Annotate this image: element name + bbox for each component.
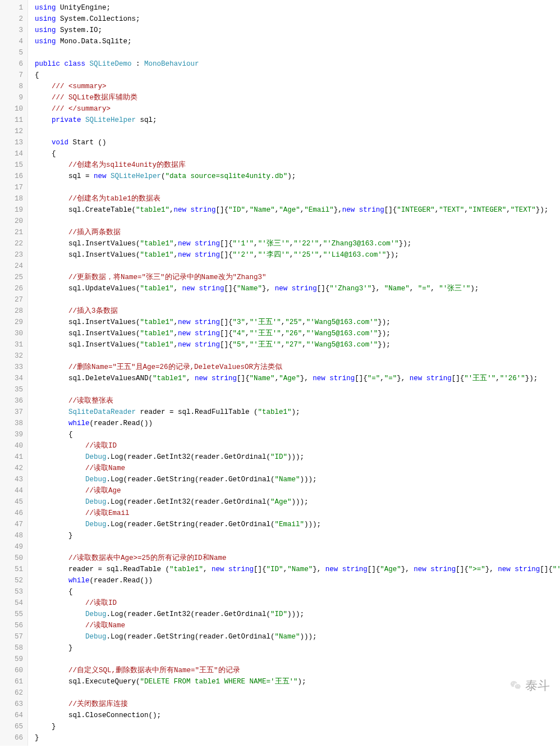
line-number: 34 bbox=[2, 373, 23, 384]
code-token bbox=[35, 700, 68, 708]
code-line: sql.InsertValues("table1",new string[]{"… bbox=[35, 339, 560, 350]
code-line bbox=[35, 261, 560, 272]
code-token: using bbox=[35, 15, 56, 23]
code-token: }, bbox=[313, 565, 325, 573]
code-token: ); bbox=[298, 678, 306, 686]
code-token: /// <summary> bbox=[52, 83, 107, 90]
code-token: using bbox=[35, 4, 56, 12]
code-token: , bbox=[174, 330, 178, 337]
code-token: /// </summary> bbox=[52, 105, 111, 113]
code-token: "'王五'" bbox=[250, 330, 281, 337]
code-token: }, bbox=[485, 565, 498, 573]
code-token: { bbox=[35, 588, 73, 596]
line-number: 40 bbox=[2, 440, 23, 451]
code-token: "'Wang5@163.com'" bbox=[306, 330, 378, 337]
code-token: "table1" bbox=[140, 251, 174, 259]
code-line: sql.CloseConnection(); bbox=[35, 710, 560, 721]
code-line: Debug.Log(reader.GetString(reader.GetOrd… bbox=[35, 519, 560, 530]
code-line: { bbox=[35, 70, 560, 81]
code-token: /// SQLite数据库辅助类 bbox=[52, 94, 137, 102]
code-token: } bbox=[35, 532, 73, 540]
line-number-gutter: 1234567891011121314151617181920212223242… bbox=[0, 0, 28, 746]
code-token: //读取Name bbox=[85, 622, 125, 630]
code-token bbox=[35, 476, 85, 484]
code-token: : bbox=[132, 60, 145, 68]
line-number: 43 bbox=[2, 474, 23, 485]
code-token: , bbox=[506, 206, 511, 214]
code-token: []{ bbox=[220, 341, 233, 349]
line-number: 45 bbox=[2, 496, 23, 508]
code-token: , bbox=[275, 375, 279, 382]
code-token: , bbox=[186, 375, 195, 382]
code-token: "table1" bbox=[258, 408, 292, 416]
code-line: sql.InsertValues("table1",new string[]{"… bbox=[35, 328, 560, 339]
code-token: []{ bbox=[456, 565, 469, 573]
code-token: , bbox=[203, 565, 212, 573]
line-number: 65 bbox=[2, 721, 23, 732]
line-number: 24 bbox=[2, 261, 23, 272]
code-token: , bbox=[174, 240, 178, 248]
line-number: 36 bbox=[2, 395, 23, 407]
code-line: //创建名为sqlite4unity的数据库 bbox=[35, 159, 560, 171]
code-token: void bbox=[52, 139, 68, 147]
code-line bbox=[35, 654, 560, 665]
code-token: []{ bbox=[355, 375, 368, 382]
code-token: sql.InsertValues( bbox=[35, 251, 140, 259]
code-token bbox=[35, 554, 68, 562]
line-number: 20 bbox=[2, 216, 23, 227]
code-token: sql; bbox=[136, 116, 157, 124]
code-token: new string bbox=[342, 206, 384, 214]
code-token: "table1" bbox=[169, 565, 203, 573]
code-token: new string bbox=[178, 251, 220, 259]
code-token: []{ bbox=[254, 565, 267, 573]
code-token: new string bbox=[498, 565, 540, 573]
code-token: }, bbox=[371, 285, 384, 293]
code-line: using Mono.Data.Sqlite; bbox=[35, 36, 560, 47]
line-number: 53 bbox=[2, 586, 23, 598]
line-number: 15 bbox=[2, 159, 23, 171]
code-token: new string bbox=[212, 565, 254, 573]
code-token: { bbox=[35, 150, 56, 158]
code-token bbox=[35, 453, 85, 461]
code-line: sql.InsertValues("table1",new string[]{"… bbox=[35, 317, 560, 328]
code-line: //删除Name="王五"且Age=26的记录,DeleteValuesOR方法… bbox=[35, 362, 560, 373]
line-number: 4 bbox=[2, 36, 23, 47]
code-token: }, bbox=[397, 375, 410, 382]
line-number: 66 bbox=[2, 732, 23, 744]
code-token: }, bbox=[262, 285, 275, 293]
code-token: } bbox=[35, 734, 39, 742]
code-token: "'22'" bbox=[293, 240, 319, 248]
code-line bbox=[35, 294, 560, 305]
code-token: "'Zhang3@163.com'" bbox=[323, 240, 399, 248]
code-line: //插入两条数据 bbox=[35, 227, 560, 238]
line-number: 52 bbox=[2, 575, 23, 586]
code-token: []{ bbox=[452, 375, 465, 382]
code-token: "'1'" bbox=[233, 240, 254, 248]
code-line bbox=[35, 350, 560, 362]
code-token: []{ bbox=[220, 318, 233, 326]
code-token: //更新数据，将Name="张三"的记录中的Name改为"Zhang3" bbox=[68, 273, 267, 281]
line-number: 26 bbox=[2, 283, 23, 294]
code-token: new string bbox=[178, 341, 220, 349]
code-token: Debug bbox=[85, 633, 107, 641]
line-number: 37 bbox=[2, 407, 23, 418]
line-number: 3 bbox=[2, 25, 23, 36]
code-token bbox=[35, 307, 68, 315]
code-token: "ID" bbox=[270, 453, 287, 461]
line-number: 23 bbox=[2, 249, 23, 261]
code-token: sql.CloseConnection(); bbox=[35, 711, 161, 719]
code-token: }); bbox=[536, 206, 549, 214]
code-line: Debug.Log(reader.GetString(reader.GetOrd… bbox=[35, 474, 560, 485]
code-line: Debug.Log(reader.GetString(reader.GetOrd… bbox=[35, 631, 560, 642]
line-number: 54 bbox=[2, 598, 23, 609]
code-token: }, bbox=[401, 565, 414, 573]
code-token: "'Wang5@163.com'" bbox=[306, 341, 378, 349]
code-token: { bbox=[35, 71, 39, 79]
code-token: SQLiteDemo bbox=[90, 60, 132, 68]
code-token: "ID" bbox=[267, 565, 283, 573]
line-number: 7 bbox=[2, 70, 23, 81]
code-token bbox=[35, 273, 68, 281]
code-token: "table1" bbox=[140, 318, 174, 326]
code-line: while(reader.Read()) bbox=[35, 575, 560, 586]
code-token: , bbox=[245, 318, 250, 326]
